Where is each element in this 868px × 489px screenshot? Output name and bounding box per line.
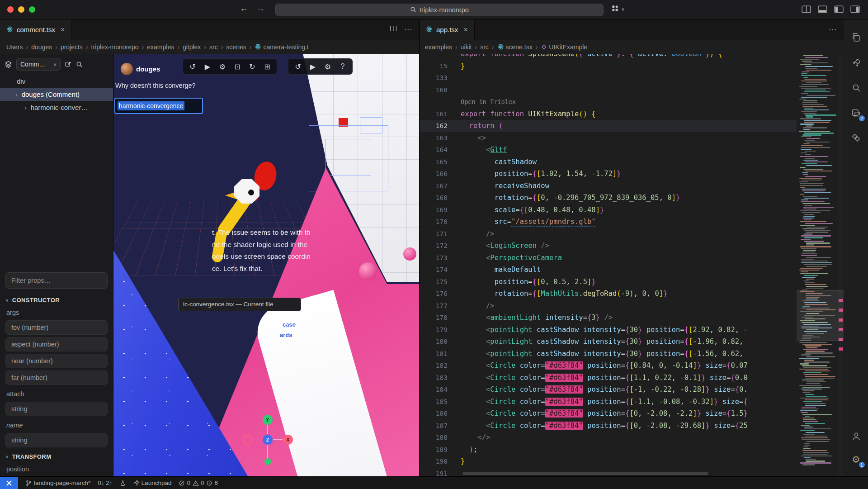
address-bar[interactable]: triplex-monorepo (275, 4, 604, 16)
zoom-window-button[interactable] (29, 6, 35, 13)
code-line[interactable]: 175 position={[0, 0.5, 2.5]} (420, 276, 797, 288)
search-icon[interactable] (76, 61, 83, 68)
code-line[interactable]: 187 <Circle color="#d63f84" position={[0… (420, 420, 797, 432)
tree-item-douges-comment[interactable]: ›douges (Comment) (0, 88, 113, 101)
code-line[interactable]: 15} (420, 60, 797, 72)
components-icon[interactable] (849, 132, 863, 145)
breadcrumb-item[interactable]: triplex-monorepo (91, 43, 139, 51)
code-line[interactable]: 183 <Circle color="#d63f84" position={[1… (420, 372, 797, 384)
minimize-window-button[interactable] (18, 6, 24, 13)
prop-input[interactable]: near (number) (5, 354, 108, 368)
breadcrumb-item[interactable]: uikit (461, 43, 472, 51)
horizontal-scrollbar[interactable] (462, 472, 708, 475)
code-line[interactable]: 164 <Gltf (420, 144, 797, 156)
layout-panel-icon[interactable] (818, 5, 827, 13)
files-icon[interactable] (849, 30, 863, 44)
code-line[interactable]: 184 <Circle color="#d63f84" position={[-… (420, 384, 797, 396)
more-actions-icon[interactable]: ⋯ (404, 25, 412, 34)
code-lens-row[interactable]: Open in Triplex (420, 96, 797, 108)
refresh-icon[interactable]: ↻ (248, 62, 256, 71)
breadcrumb-item[interactable]: examples (147, 43, 174, 51)
play-icon[interactable]: ▶ (309, 62, 317, 71)
gizmo-z-axis[interactable]: Z (263, 435, 273, 445)
code-line[interactable]: 189 ); (420, 444, 797, 456)
code-line[interactable]: export function SplashScene({ active }: … (420, 54, 797, 60)
breadcrumb-item[interactable]: UIKitExample (541, 43, 587, 51)
back-button[interactable]: ← (240, 4, 248, 14)
beaker-button[interactable] (120, 480, 126, 486)
help-icon[interactable]: ? (339, 62, 347, 71)
breadcrumb-item[interactable]: camera-testing.t (255, 43, 308, 51)
code-line[interactable]: 182 <Circle color="#d63f84" position={[0… (420, 360, 797, 372)
breadcrumb-item[interactable]: scene.tsx (497, 43, 533, 51)
3d-viewport[interactable]: case ards t. The issue seems to be with … (113, 54, 419, 476)
code-line[interactable]: 168 rotation={[0, -0.296_705_972_839_036… (420, 192, 797, 204)
code-line[interactable]: 172 <LoginScreen /> (420, 240, 797, 252)
layout-split-icon[interactable] (802, 5, 811, 13)
apps-menu-button[interactable]: ∨ (611, 5, 625, 14)
code-line[interactable]: 170 src="/assets/pmndrs.glb" (420, 216, 797, 228)
settings-gear-icon[interactable]: ⚙1 (849, 453, 863, 466)
code-line[interactable]: 178 <ambientLight intensity={3} /> (420, 312, 797, 324)
problems-status[interactable]: 0 0 6 (179, 480, 218, 486)
launchpad-button[interactable]: Launchpad (133, 480, 172, 486)
frame-select-icon[interactable]: ⊡ (233, 62, 241, 71)
breadcrumb-item[interactable]: examples (425, 43, 452, 51)
breadcrumb-item[interactable]: Users (6, 43, 23, 51)
prop-input[interactable]: aspect (number) (5, 337, 108, 351)
gear-icon[interactable]: ⚙ (218, 62, 226, 71)
frames-icon[interactable]: 2 (849, 106, 863, 120)
code-line[interactable]: 186 <Circle color="#d63f84" position={[0… (420, 408, 797, 420)
close-tab-icon[interactable]: × (61, 26, 65, 34)
code-line[interactable]: 171 /> (420, 228, 797, 240)
code-line[interactable]: 166 position={[1.02, 1.54, -1.72]} (420, 168, 797, 180)
code-line[interactable]: 181 <pointLight castShadow intensity={30… (420, 348, 797, 360)
undo-icon[interactable]: ↺ (189, 62, 197, 71)
code-line[interactable]: 163 <> (420, 132, 797, 144)
more-actions-icon[interactable]: ⋯ (829, 25, 836, 34)
close-tab-icon[interactable]: × (463, 26, 467, 34)
minimap[interactable] (797, 54, 844, 476)
git-branch-status[interactable]: landing-page-march* (25, 480, 90, 486)
breadcrumb-item[interactable]: gitplex (183, 43, 201, 51)
section-transform[interactable]: ∨ TRANSFORM (0, 450, 113, 462)
forward-button[interactable]: → (256, 4, 265, 14)
code-line[interactable]: 176 rotation={[MathUtils.degToRad(-9), 0… (420, 288, 797, 300)
breadcrumb-item[interactable]: projects (61, 43, 83, 51)
remote-indicator[interactable] (0, 477, 18, 489)
tab-comment-tsx[interactable]: comment.tsx × (0, 19, 71, 40)
gizmo-neg-x-axis[interactable] (242, 435, 252, 445)
gear-icon[interactable]: ⚙ (324, 62, 332, 71)
code-line[interactable]: 188 </> (420, 432, 797, 444)
code-line[interactable]: 160 (420, 84, 797, 96)
code-line[interactable]: 185 <Circle color="#d63f84" position={[-… (420, 396, 797, 408)
tree-item-harmonic-conver[interactable]: ›harmonic-conver… (0, 101, 113, 114)
layout-sidebar-left-icon[interactable] (834, 5, 844, 13)
account-icon[interactable] (849, 429, 863, 443)
code-line[interactable]: 190} (420, 456, 797, 468)
gizmo-y-axis[interactable]: Y (263, 415, 273, 425)
breadcrumb-item[interactable]: douges (31, 43, 52, 51)
breadcrumb-item[interactable]: src (209, 43, 218, 51)
tab-app-tsx[interactable]: app.tsx × (420, 19, 475, 40)
layout-sidebar-right-icon[interactable] (850, 5, 860, 13)
axis-gizmo[interactable]: Y Z X (242, 415, 293, 468)
code-line[interactable]: 162 return ( (420, 120, 797, 132)
breadcrumb-item[interactable]: src (480, 43, 489, 51)
gizmo-x-axis[interactable]: X (283, 435, 293, 445)
layers-icon[interactable] (5, 61, 12, 68)
code-line[interactable]: 179 <pointLight castShadow intensity={30… (420, 324, 797, 336)
filter-props-input[interactable]: Filter props… (5, 272, 108, 289)
prop-input[interactable]: far (number) (5, 370, 108, 385)
scene-filter-select[interactable]: Comm… ∨ (16, 58, 61, 71)
code-line[interactable]: 180 <pointLight castShadow intensity={30… (420, 336, 797, 348)
undo-icon[interactable]: ↺ (294, 62, 302, 71)
launcher-icon[interactable] (849, 56, 863, 69)
section-constructor[interactable]: ∨ CONSTRUCTOR (0, 293, 113, 306)
code-line[interactable]: 161export function UIKitExample() { (420, 108, 797, 120)
breadcrumb-item[interactable]: scenes (226, 43, 246, 51)
close-window-button[interactable] (7, 6, 14, 13)
code-line[interactable]: 167 receiveShadow (420, 180, 797, 192)
search-icon[interactable] (849, 81, 863, 95)
code-line[interactable]: 174 makeDefault (420, 264, 797, 276)
